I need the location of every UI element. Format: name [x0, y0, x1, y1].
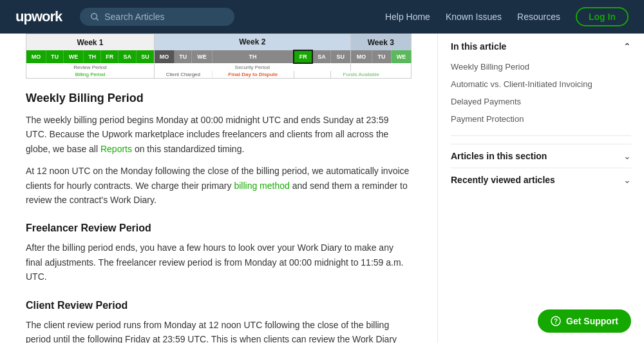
label-security-period: Security Period: [154, 63, 350, 71]
day-tu-w1: TU: [46, 50, 64, 63]
label-billing-period: Billing Period: [26, 71, 155, 79]
nav-known-issues[interactable]: Known Issues: [446, 12, 502, 22]
day-mo-w1: MO: [26, 50, 46, 63]
day-th-w1: TH: [84, 50, 101, 63]
search-bar[interactable]: Search Articles: [80, 8, 234, 26]
logo: upwork: [15, 8, 62, 25]
day-sa-w1: SA: [118, 50, 137, 63]
header: upwork Search Articles Help Home Known I…: [0, 0, 644, 34]
sidebar-link-invoicing[interactable]: Automatic vs. Client-Initiated Invoicing: [451, 75, 631, 93]
label-empty: [350, 63, 411, 71]
svg-text:?: ?: [554, 318, 558, 325]
section3-title: Client Review Period: [26, 300, 412, 311]
section2-title: Freelancer Review Period: [26, 222, 412, 234]
day-fr-w2: FR: [294, 50, 312, 63]
section2-p1: After the billing period ends, you have …: [26, 240, 412, 284]
content-area: Week 1 Week 2 Week 3 MO TU WE TH FR SA: [0, 34, 438, 343]
label-final-day: Final Day to Dispute: [212, 71, 294, 79]
label-client-charged: Client Charged: [154, 71, 212, 79]
week3-label: Week 3: [350, 34, 411, 51]
main-layout: Week 1 Week 2 Week 3 MO TU WE TH FR SA: [0, 34, 644, 343]
day-mo-w2: MO: [154, 50, 174, 63]
section1-title: Weekly Billing Period: [26, 92, 412, 105]
week1-label: Week 1: [26, 34, 155, 51]
reports-link[interactable]: Reports: [100, 144, 132, 154]
day-sa-w2: SA: [312, 50, 331, 63]
recently-viewed-collapsible[interactable]: Recently viewed articles ⌄: [451, 168, 631, 191]
nav-links: Help Home Known Issues Resources Log In: [385, 7, 629, 26]
day-su-w1: SU: [137, 50, 155, 63]
search-icon: [90, 12, 99, 21]
day-we-w1: WE: [64, 50, 84, 63]
section1-p2: At 12 noon UTC on the Monday following t…: [26, 164, 412, 207]
day-tu-w2: TU: [175, 50, 192, 63]
support-icon: ?: [551, 316, 561, 326]
day-tu-w3: TU: [372, 50, 391, 63]
label-review-period: Review Period: [26, 63, 155, 71]
search-placeholder: Search Articles: [104, 12, 164, 22]
sidebar-link-weekly[interactable]: Weekly Billing Period: [451, 58, 631, 75]
billing-method-link[interactable]: billing method: [234, 181, 289, 191]
week2-label: Week 2: [154, 34, 350, 51]
calendar-graphic: Week 1 Week 2 Week 3 MO TU WE TH FR SA: [26, 34, 412, 79]
nav-help-home[interactable]: Help Home: [385, 12, 430, 22]
articles-section-label: Articles in this section: [451, 151, 547, 161]
right-sidebar: In this article ⌃ Weekly Billing Period …: [438, 34, 644, 343]
day-su-w2: SU: [331, 50, 350, 63]
day-we-w2: WE: [192, 50, 212, 63]
svg-line-1: [96, 18, 98, 20]
label-funds-available: Funds Available: [331, 71, 392, 79]
chevron-down-icon-2: ⌄: [623, 175, 631, 185]
day-mo-w3: MO: [350, 50, 372, 63]
day-fr-w1: FR: [101, 50, 118, 63]
section1-p1: The weekly billing period begins Monday …: [26, 113, 412, 156]
in-this-article-header: In this article ⌃: [451, 41, 631, 52]
sidebar-link-protection[interactable]: Payment Protection: [451, 110, 631, 128]
articles-section-collapsible[interactable]: Articles in this section ⌄: [451, 144, 631, 168]
recently-viewed-label: Recently viewed articles: [451, 175, 555, 185]
collapse-icon[interactable]: ⌃: [623, 41, 631, 52]
in-this-article-section: In this article ⌃ Weekly Billing Period …: [451, 41, 631, 136]
in-this-article-label: In this article: [451, 41, 506, 52]
sidebar-link-delayed[interactable]: Delayed Payments: [451, 93, 631, 110]
chevron-down-icon: ⌄: [623, 151, 631, 161]
section3-p1: The client review period runs from Monda…: [26, 318, 412, 343]
day-we-w3: WE: [391, 50, 411, 63]
nav-resources[interactable]: Resources: [517, 12, 560, 22]
login-button[interactable]: Log In: [576, 7, 629, 26]
day-th-w2: TH: [212, 50, 294, 63]
get-support-button[interactable]: ? Get Support: [538, 309, 631, 333]
